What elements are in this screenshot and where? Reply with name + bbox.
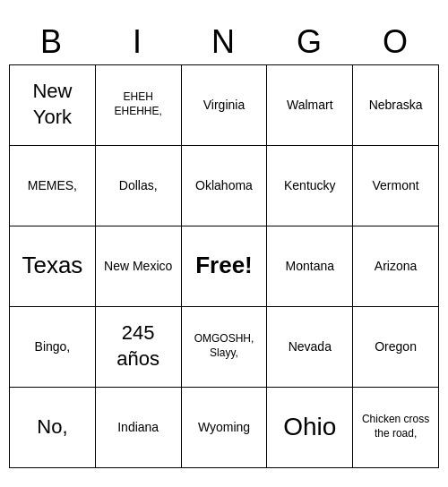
bingo-cell: Bingo, (10, 307, 96, 388)
bingo-cell: Arizona (353, 226, 439, 307)
header-letter: O (353, 20, 439, 64)
bingo-cell: EHEH EHEHHE, (96, 65, 182, 146)
bingo-grid: New YorkEHEH EHEHHE,VirginiaWalmartNebra… (9, 64, 439, 468)
cell-text: Dollas, (119, 177, 158, 193)
bingo-cell: Oregon (353, 307, 439, 388)
bingo-card: BINGO New YorkEHEH EHEHHE,VirginiaWalmar… (9, 20, 439, 468)
cell-text: Ohio (283, 411, 336, 443)
header-letter: I (95, 20, 181, 64)
bingo-cell: Vermont (353, 146, 439, 226)
cell-text: Oklahoma (195, 177, 253, 193)
cell-text: Montana (286, 258, 334, 274)
cell-text: Texas (22, 251, 82, 281)
cell-text: Indiana (117, 419, 159, 435)
cell-text: MEMES, (28, 177, 77, 193)
cell-text: Nebraska (369, 97, 423, 113)
cell-text: EHEH EHEHHE, (99, 90, 177, 118)
cell-text: New York (13, 79, 91, 130)
bingo-cell: New Mexico (96, 226, 182, 307)
bingo-cell: Montana (267, 226, 353, 307)
cell-text: New Mexico (104, 258, 172, 274)
bingo-cell: Wyoming (182, 388, 268, 468)
cell-text: Arizona (375, 258, 417, 274)
bingo-cell: Nebraska (353, 65, 439, 146)
bingo-header: BINGO (9, 20, 439, 64)
cell-text: Nevada (289, 338, 332, 355)
header-letter: N (181, 20, 267, 64)
bingo-cell: MEMES, (10, 146, 96, 226)
bingo-cell: No, (10, 388, 96, 468)
cell-text: Virginia (203, 97, 245, 113)
cell-text: Bingo, (35, 338, 71, 355)
bingo-cell: Nevada (267, 307, 353, 388)
cell-text: No, (37, 414, 67, 440)
bingo-cell: Oklahoma (182, 146, 268, 226)
cell-text: Wyoming (198, 419, 250, 435)
bingo-cell: Free! (182, 226, 268, 307)
cell-text: Free! (195, 251, 253, 281)
bingo-cell: Dollas, (96, 146, 182, 226)
bingo-cell: Walmart (267, 65, 353, 146)
cell-text: Vermont (373, 177, 419, 193)
cell-text: Oregon (375, 338, 417, 355)
bingo-cell: New York (10, 65, 96, 146)
bingo-cell: Indiana (96, 388, 182, 468)
cell-text: 245 años (99, 320, 177, 372)
cell-text: Chicken cross the road, (357, 413, 435, 440)
bingo-cell: OMGOSHH, Slayy, (182, 307, 268, 388)
header-letter: G (267, 20, 353, 64)
cell-text: Walmart (287, 97, 333, 113)
bingo-cell: Ohio (267, 388, 353, 468)
cell-text: OMGOSHH, Slayy, (185, 332, 263, 360)
cell-text: Kentucky (284, 177, 336, 193)
header-letter: B (9, 20, 95, 64)
bingo-cell: Virginia (182, 65, 268, 146)
bingo-cell: Kentucky (267, 146, 353, 226)
bingo-cell: 245 años (96, 307, 182, 388)
bingo-cell: Chicken cross the road, (353, 388, 439, 468)
bingo-cell: Texas (10, 226, 96, 307)
